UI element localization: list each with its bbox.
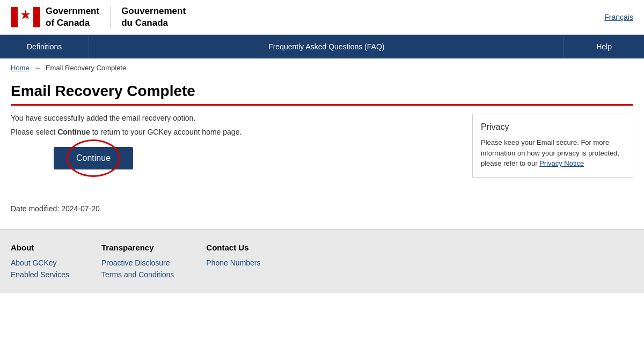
main-content: Email Recovery Complete You have success… xyxy=(0,77,644,194)
logo-area: Governmentof Canada Gouvernementdu Canad… xyxy=(11,5,186,29)
continue-text-prefix: Please select xyxy=(11,128,57,136)
site-header: Governmentof Canada Gouvernementdu Canad… xyxy=(0,0,644,35)
svg-rect-0 xyxy=(11,7,18,27)
privacy-title: Privacy xyxy=(481,122,625,132)
privacy-box: Privacy Please keep your Email secure. F… xyxy=(472,114,633,178)
main-nav: Definitions Frequently Asked Questions (… xyxy=(0,35,644,58)
breadcrumb-current: Email Recovery Complete xyxy=(46,64,126,72)
success-message: You have successfully added the email re… xyxy=(11,114,456,122)
svg-rect-2 xyxy=(33,7,40,27)
privacy-sidebar: Privacy Please keep your Email secure. F… xyxy=(472,114,633,178)
footer-grid: About About GCKey Enabled Services Trans… xyxy=(11,243,633,282)
content-left: You have successfully added the email re… xyxy=(11,114,456,178)
footer-col-contact: Contact Us Phone Numbers xyxy=(206,243,260,282)
continue-button[interactable]: Continue xyxy=(54,147,133,169)
government-title: Governmentof Canada xyxy=(46,5,99,29)
continue-text-suffix: to return to your GCKey account home pag… xyxy=(90,128,242,136)
footer-contact-heading: Contact Us xyxy=(206,243,260,252)
footer-proactive-disclosure[interactable]: Proactive Disclosure xyxy=(101,258,174,267)
nav-definitions[interactable]: Definitions xyxy=(0,35,89,58)
canada-logo: Governmentof Canada Gouvernementdu Canad… xyxy=(11,5,186,29)
gov-title-fr: Gouvernementdu Canada xyxy=(121,5,186,29)
continue-bold: Continue xyxy=(57,128,90,136)
language-toggle[interactable]: Français xyxy=(604,13,633,21)
footer-terms-conditions[interactable]: Terms and Conditions xyxy=(101,270,174,279)
footer-about-heading: About xyxy=(11,243,69,252)
continue-instructions: Please select Continue to return to your… xyxy=(11,128,456,136)
breadcrumb: Home → Email Recovery Complete xyxy=(0,58,644,77)
breadcrumb-separator: → xyxy=(34,64,41,72)
nav-help[interactable]: Help xyxy=(564,35,644,58)
nav-faq[interactable]: Frequently Asked Questions (FAQ) xyxy=(89,35,564,58)
content-wrapper: You have successfully added the email re… xyxy=(11,114,633,178)
gov-title-en: Governmentof Canada xyxy=(46,5,99,29)
continue-button-wrapper: Continue xyxy=(54,147,133,169)
footer-enabled-services[interactable]: Enabled Services xyxy=(11,270,69,279)
date-modified: Date modified: 2024-07-20 xyxy=(0,194,644,229)
privacy-notice-link[interactable]: Privacy Notice xyxy=(539,159,584,167)
footer-col-transparency: Transparency Proactive Disclosure Terms … xyxy=(101,243,174,282)
page-title: Email Recovery Complete xyxy=(11,83,633,106)
footer-phone-numbers[interactable]: Phone Numbers xyxy=(206,258,260,267)
privacy-text: Please keep your Email secure. For more … xyxy=(481,137,625,169)
government-title-fr: Gouvernementdu Canada xyxy=(121,5,186,29)
footer-col-about: About About GCKey Enabled Services xyxy=(11,243,69,282)
footer-about-gckey[interactable]: About GCKey xyxy=(11,258,69,267)
canada-flag-icon xyxy=(11,7,40,27)
footer-transparency-heading: Transparency xyxy=(101,243,174,252)
site-footer: About About GCKey Enabled Services Trans… xyxy=(0,229,644,293)
breadcrumb-home[interactable]: Home xyxy=(11,64,30,72)
